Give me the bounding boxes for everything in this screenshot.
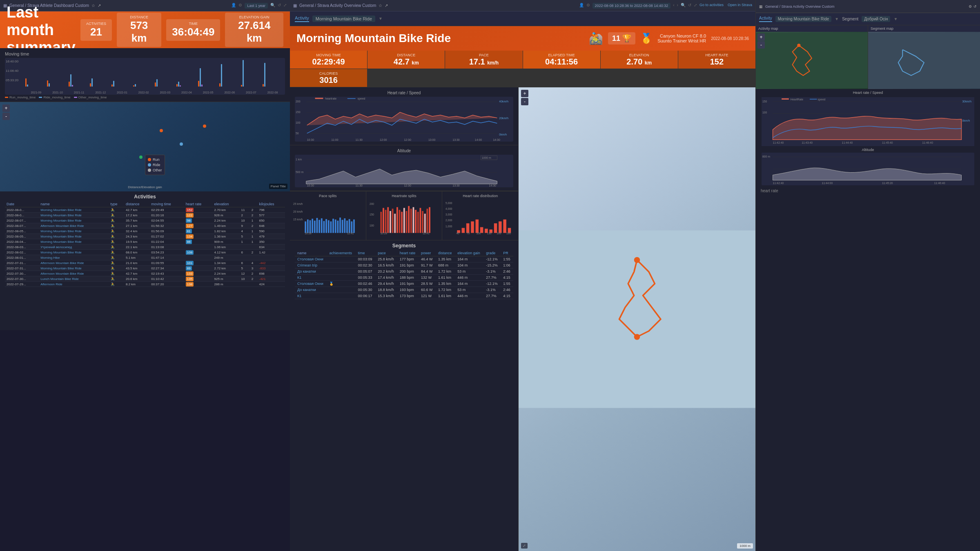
seg-pace: 20.2 km/h — [375, 269, 397, 275]
seg-name[interactable]: До канатки — [295, 269, 327, 275]
mini-zoom-in[interactable]: + — [757, 33, 765, 41]
tab-activity[interactable]: Activity — [295, 16, 309, 22]
seg-name[interactable]: Crimean trip — [295, 262, 327, 269]
seg-col-pr[interactable]: PR — [501, 250, 513, 256]
right-share-icon[interactable]: ↗ — [385, 3, 388, 8]
col-name[interactable]: name — [39, 201, 109, 207]
seg-col-power[interactable]: power — [419, 250, 436, 256]
svg-rect-98 — [476, 220, 479, 233]
row-type: 🚴 — [109, 260, 124, 266]
right-nav-right[interactable]: › — [677, 3, 678, 9]
seg-col-hr[interactable]: heart rate — [397, 250, 419, 256]
col-date[interactable]: Date — [5, 201, 39, 207]
col-moving-time[interactable]: moving time — [149, 201, 184, 207]
row-name[interactable]: Morning Mountain Bike Ride — [39, 250, 109, 255]
activity-table-row: 2022-08-07... Afternoon Mountain Bike Ri… — [5, 223, 285, 229]
maps-row: Activity map + - Segment map — [756, 25, 980, 89]
seg-col-ach[interactable]: achievements — [327, 250, 355, 256]
row-name[interactable]: Morning Mountain Bike Ride — [39, 239, 109, 244]
svg-text:150: 150 — [370, 213, 374, 216]
row-date: 2022-08-04... — [5, 239, 39, 244]
svg-text:12:00: 12:00 — [380, 138, 387, 141]
stat-elevation-label: Elevation — [606, 53, 673, 57]
mini-tab-activity[interactable]: Activity — [759, 16, 772, 22]
left-refresh-icon[interactable]: ↺ — [278, 3, 281, 9]
col-c1[interactable] — [240, 201, 250, 207]
map-zoom-out[interactable]: - — [2, 113, 10, 120]
row-name[interactable]: Lunch Mountain Bike Ride — [39, 276, 109, 282]
map-zoom-in[interactable]: + — [2, 104, 10, 112]
mini-settings-icon[interactable]: ⚙ — [969, 4, 972, 9]
seg-name[interactable]: К1 — [295, 293, 327, 299]
right-date-range[interactable]: 2022-08-08 10:28:36 to 2022-08-08 14:40:… — [592, 3, 671, 9]
mini-altitude-label: Altitude — [758, 148, 978, 152]
row-name[interactable]: Morning Mountain Bike Ride — [39, 234, 109, 239]
seg-time: 00:03:09 — [355, 256, 375, 262]
seg-pace: 18.8 km/h — [375, 287, 397, 293]
row-name[interactable]: Afternoon Mountain Bike Ride — [39, 260, 109, 266]
right-star-icon[interactable]: ☆ — [379, 3, 382, 8]
segment-row: Столовая Окни 🏅 00:02:46 29.4 km/h 191 b… — [295, 281, 513, 287]
seg-col-dist[interactable]: distance — [436, 250, 455, 256]
col-elevation[interactable]: elevation — [213, 201, 240, 207]
mini-refresh-icon[interactable]: ↺ — [973, 4, 977, 9]
right-expand-icon[interactable]: ⤢ — [694, 3, 697, 9]
tab-dropdown-icon[interactable]: ▼ — [379, 16, 383, 21]
mini-tab-loc-dropdown[interactable]: ▼ — [893, 17, 898, 21]
row-name[interactable]: Afternoon Mountain Bike Ride — [39, 271, 109, 276]
row-name[interactable]: Morning Hike — [39, 255, 109, 260]
row-elevation: 1.82 km — [213, 229, 240, 234]
route-zoom-out[interactable]: - — [521, 98, 528, 105]
left-settings-icon[interactable]: ⚙ — [238, 3, 242, 9]
tab-activity-name[interactable]: Morning Mountain Bike Ride — [312, 16, 375, 22]
row-type: 🚴 — [109, 255, 124, 260]
mini-tab-location[interactable]: Добрий Осін — [862, 16, 890, 22]
col-heart-rate[interactable]: heart rate — [184, 201, 213, 207]
seg-elev: 53 m — [455, 287, 483, 293]
row-elevation: 4.12 km — [213, 250, 240, 255]
route-expand-icon[interactable]: ⤢ — [521, 543, 528, 549]
left-zoom-icon[interactable]: 🔍 — [270, 3, 275, 9]
seg-name[interactable]: Столовая Окни — [295, 256, 327, 262]
mini-tab-ride[interactable]: Morning Mountain Bike Ride — [775, 16, 832, 22]
seg-col-elev[interactable]: elevation gain — [455, 250, 483, 256]
row-name[interactable]: Afternoon Ride — [39, 282, 109, 287]
mini-zoom-out[interactable]: - — [757, 41, 765, 49]
mini-tab-segment[interactable]: Segment — [842, 17, 858, 21]
seg-name[interactable]: К1 — [295, 275, 327, 281]
left-share-icon[interactable]: ↗ — [98, 3, 101, 8]
open-strava-link[interactable]: Open in Strava — [728, 3, 752, 9]
right-zoom-icon[interactable]: 🔍 — [681, 3, 686, 9]
col-type[interactable]: type — [109, 201, 124, 207]
right-settings-icon[interactable]: ⚙ — [586, 3, 590, 9]
row-distance: 68.0 km — [124, 250, 149, 255]
seg-col-name[interactable]: name — [295, 250, 327, 256]
goto-activities-link[interactable]: Go to activities — [699, 3, 724, 9]
col-c2[interactable] — [250, 201, 258, 207]
row-name[interactable]: Morning Mountain Bike Ride — [39, 218, 109, 223]
mini-hr-speed-label: Heart rate / Speed — [758, 91, 978, 95]
row-name[interactable]: Утренний велосипед — [39, 244, 109, 250]
row-name[interactable]: Morning Mountain Bike Ride — [39, 213, 109, 218]
row-name[interactable]: Morning Mountain Bike Ride — [39, 207, 109, 213]
row-distance: 5.1 km — [124, 255, 149, 260]
legend-run-label: Run_moving_time — [9, 96, 36, 99]
seg-col-grade[interactable]: grade — [483, 250, 501, 256]
row-name[interactable]: Morning Mountain Bike Ride — [39, 229, 109, 234]
row-moving-time: 03:54:23 — [149, 250, 184, 255]
seg-name[interactable]: Столовая Окни — [295, 281, 327, 287]
seg-col-time[interactable]: time — [355, 250, 375, 256]
row-name[interactable]: Morning Mountain Bike Ride — [39, 266, 109, 271]
right-refresh-icon[interactable]: ↺ — [688, 3, 691, 9]
col-kj[interactable]: kilojoules — [257, 201, 285, 207]
row-name[interactable]: Afternoon Mountain Bike Ride — [39, 223, 109, 229]
right-nav-left[interactable]: ‹ — [673, 3, 674, 9]
left-expand-icon[interactable]: ⤢ — [283, 3, 287, 9]
left-time-range[interactable]: Last 1 year — [245, 3, 268, 9]
seg-name[interactable]: До канатки — [295, 287, 327, 293]
mini-tab-dropdown[interactable]: ▼ — [835, 17, 839, 21]
left-star-icon[interactable]: ☆ — [91, 3, 95, 8]
route-zoom-in[interactable]: + — [521, 90, 528, 97]
seg-col-pace[interactable]: pace — [375, 250, 397, 256]
col-distance[interactable]: distance — [124, 201, 149, 207]
